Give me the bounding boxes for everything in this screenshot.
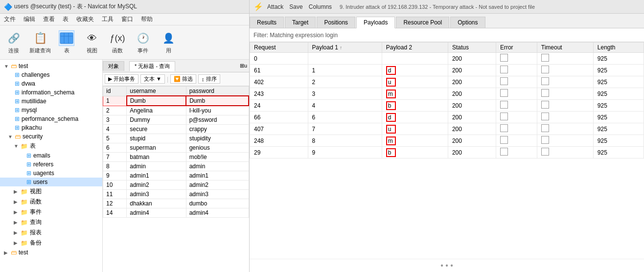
cell-error-checkbox[interactable] — [500, 113, 508, 120]
table-row[interactable]: 2AngelinaI-kill-you — [103, 106, 249, 115]
results-row[interactable]: 0200925 — [250, 53, 644, 65]
col-status[interactable]: Status — [448, 43, 496, 53]
cell-timeout-checkbox[interactable] — [541, 113, 549, 120]
tab-payloads[interactable]: Payloads — [356, 17, 395, 28]
cell-error-checkbox[interactable] — [500, 148, 508, 156]
cell-error-checkbox[interactable] — [500, 124, 508, 132]
tab-options[interactable]: Options — [450, 17, 485, 28]
col-length[interactable]: Length — [593, 43, 644, 53]
menu-table[interactable]: 表 — [63, 15, 69, 23]
results-row[interactable]: 299b200925 — [250, 147, 644, 159]
user-button[interactable]: 👤 用 — [159, 30, 178, 54]
sort-button[interactable]: ↕ 排序 — [198, 74, 220, 84]
cell-timeout-checkbox[interactable] — [541, 124, 549, 132]
menu-tools[interactable]: 工具 — [102, 15, 114, 23]
table-row[interactable]: 6supermangenious — [103, 143, 249, 153]
menu-edit[interactable]: 编辑 — [23, 15, 35, 23]
tab-object[interactable]: 对象 — [103, 61, 124, 71]
table-row[interactable]: 14admin4admin4 — [103, 208, 249, 218]
tree-item-queries-folder[interactable]: ▶ 📁 查询 — [0, 217, 102, 227]
tree-item-root-test[interactable]: ▼ 🗃 test — [0, 62, 102, 70]
table-row[interactable]: 7batmanmob!le — [103, 153, 249, 162]
results-row[interactable]: 2488m200925 — [250, 135, 644, 147]
results-row[interactable]: 4022u200925 — [250, 76, 644, 88]
col-header-username[interactable]: username — [127, 87, 186, 96]
results-row[interactable]: 666d200925 — [250, 112, 644, 123]
view-button[interactable]: 👁 视图 — [82, 30, 102, 54]
col-payload2[interactable]: Payload 2 — [382, 43, 448, 53]
event-button[interactable]: 🕐 事件 — [133, 30, 153, 54]
tree-item-challenges[interactable]: ⊞ challenges — [0, 70, 102, 79]
menu-favorites[interactable]: 收藏夹 — [76, 15, 94, 23]
results-row[interactable]: 2433m200925 — [250, 88, 644, 100]
cell-timeout-checkbox[interactable] — [541, 54, 549, 62]
cell-error-checkbox[interactable] — [500, 136, 508, 144]
tree-item-pikachu[interactable]: ⊞ pikachu — [0, 123, 102, 132]
cell-timeout-checkbox[interactable] — [541, 148, 549, 156]
new-query-button[interactable]: 📋 新建查询 — [29, 30, 51, 54]
begin-transaction-button[interactable]: ▶ 开始事务 — [105, 74, 138, 84]
menu-view[interactable]: 查看 — [43, 15, 55, 23]
tree-item-mutillidae[interactable]: ⊞ mutillidae — [0, 97, 102, 106]
save-menu[interactable]: Save — [289, 3, 302, 10]
cell-error-checkbox[interactable] — [500, 89, 508, 97]
cell-error-checkbox[interactable] — [500, 66, 508, 73]
table-row[interactable]: 11admin3admin3 — [103, 190, 249, 199]
tree-item-performance-schema[interactable]: ⊞ performance_schema — [0, 114, 102, 123]
table-row[interactable]: 8adminadmin — [103, 162, 249, 171]
col-header-id[interactable]: id — [103, 87, 127, 96]
tree-item-uagents[interactable]: ⊞ uagents — [0, 169, 102, 178]
connect-button[interactable]: 🔗 连接 — [4, 30, 23, 54]
menu-help[interactable]: 帮助 — [141, 15, 153, 23]
cell-error-checkbox[interactable] — [500, 77, 508, 85]
cell-timeout-checkbox[interactable] — [541, 89, 549, 97]
col-request[interactable]: Request — [250, 43, 308, 53]
col-payload1[interactable]: Payload 1 ↑ — [308, 43, 382, 53]
table-row[interactable]: 5stupidstupidity — [103, 134, 249, 143]
tree-item-mysql[interactable]: ⊞ mysql — [0, 106, 102, 114]
tab-resource-pool[interactable]: Resource Pool — [396, 17, 449, 28]
function-button[interactable]: ƒ(x) 函数 — [108, 30, 127, 54]
table-row[interactable]: 3Dummyp@ssword — [103, 115, 249, 125]
tree-item-tables-folder[interactable]: ▼ 📁 表 — [0, 141, 102, 151]
col-header-password[interactable]: password — [186, 87, 249, 96]
filter-button[interactable]: 🔽 筛选 — [170, 74, 196, 84]
tree-item-referers[interactable]: ⊞ referers — [0, 160, 102, 169]
cell-timeout-checkbox[interactable] — [541, 136, 549, 144]
tree-item-security[interactable]: ▼ 🗃 security — [0, 132, 102, 141]
table-icon-tab[interactable]: ⊞u — [238, 62, 249, 70]
attack-menu[interactable]: Attack — [267, 3, 283, 10]
menu-file[interactable]: 文件 — [4, 15, 16, 23]
tree-item-views-folder[interactable]: ▶ 📁 视图 — [0, 186, 102, 197]
cell-timeout-checkbox[interactable] — [541, 77, 549, 85]
tab-target[interactable]: Target — [285, 17, 316, 28]
tree-item-information-schema[interactable]: ⊞ information_schema — [0, 88, 102, 97]
cell-error-checkbox[interactable] — [500, 101, 508, 109]
col-error[interactable]: Error — [496, 43, 537, 53]
col-timeout[interactable]: Timeout — [537, 43, 593, 53]
cell-timeout-checkbox[interactable] — [541, 66, 549, 73]
tree-item-functions-folder[interactable]: ▶ 📁 函数 — [0, 197, 102, 207]
columns-menu[interactable]: Columns — [309, 3, 332, 10]
table-row[interactable]: 1DumbDumb — [103, 96, 249, 106]
tab-positions[interactable]: Positions — [317, 17, 355, 28]
tab-query[interactable]: * 无标题 - 查询 — [129, 61, 175, 71]
tree-item-dvwa[interactable]: ⊞ dvwa — [0, 79, 102, 88]
tree-item-events-folder[interactable]: ▶ 📁 事件 — [0, 207, 102, 217]
tree-item-test2[interactable]: ▶ 🗃 test — [0, 248, 102, 257]
cell-timeout-checkbox[interactable] — [541, 101, 549, 109]
menu-window[interactable]: 窗口 — [121, 15, 133, 23]
cell-error-checkbox[interactable] — [500, 54, 508, 62]
table-row[interactable]: 12dhakkandumbo — [103, 199, 249, 208]
results-row[interactable]: 244b200925 — [250, 100, 644, 112]
table-button[interactable]: 表 — [57, 30, 76, 54]
results-row[interactable]: 611d200925 — [250, 65, 644, 76]
tree-item-backup-folder[interactable]: ▶ 📁 备份 — [0, 238, 102, 248]
table-row[interactable]: 10admin2admin2 — [103, 181, 249, 190]
tree-item-users[interactable]: ⊞ users — [0, 178, 102, 186]
tree-item-emails[interactable]: ⊞ emails — [0, 151, 102, 160]
table-row[interactable]: 4securecrappy — [103, 125, 249, 134]
tab-results[interactable]: Results — [250, 17, 284, 28]
text-button[interactable]: 文本 ▼ — [140, 74, 165, 84]
table-row[interactable]: 9admin1admin1 — [103, 171, 249, 181]
